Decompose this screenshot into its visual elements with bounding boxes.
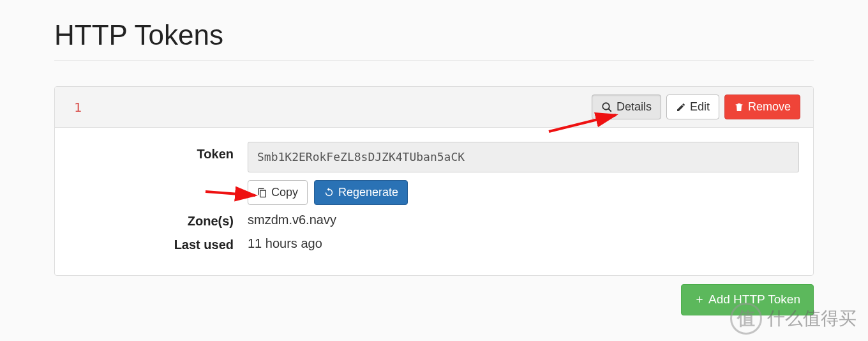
regenerate-label: Regenerate xyxy=(338,185,398,201)
edit-button[interactable]: Edit xyxy=(666,95,719,119)
details-label: Details xyxy=(617,99,652,115)
svg-point-0 xyxy=(602,103,610,110)
token-panel: 1 Details Edit xyxy=(54,86,814,276)
zones-value: smzdm.v6.navy xyxy=(248,209,799,227)
panel-index: 1 xyxy=(74,100,82,115)
token-label: Token xyxy=(69,142,248,162)
edit-label: Edit xyxy=(690,99,710,115)
copy-label: Copy xyxy=(271,185,298,201)
divider xyxy=(54,60,814,61)
lastused-label: Last used xyxy=(69,232,248,252)
token-value-textarea[interactable] xyxy=(248,142,799,172)
watermark-text: 什么值得买 xyxy=(767,307,857,331)
copy-button[interactable]: Copy xyxy=(248,180,308,205)
page-title: HTTP Tokens xyxy=(54,19,814,51)
zones-label: Zone(s) xyxy=(69,209,248,229)
search-icon xyxy=(601,102,613,113)
pencil-icon xyxy=(676,102,686,112)
remove-label: Remove xyxy=(748,99,791,115)
copy-icon xyxy=(257,188,267,198)
svg-line-1 xyxy=(608,109,611,112)
refresh-icon xyxy=(324,187,334,198)
panel-header: 1 Details Edit xyxy=(55,87,813,128)
watermark-badge: 值 xyxy=(730,303,762,335)
panel-actions: Details Edit Remove xyxy=(592,95,800,119)
remove-button[interactable]: Remove xyxy=(724,95,800,119)
lastused-value: 11 hours ago xyxy=(248,232,799,251)
panel-body: Token Copy xyxy=(55,128,813,275)
details-button[interactable]: Details xyxy=(592,95,661,119)
trash-icon xyxy=(734,102,744,112)
watermark: 值 什么值得买 xyxy=(730,303,857,335)
plus-icon xyxy=(694,294,705,305)
regenerate-button[interactable]: Regenerate xyxy=(314,180,408,205)
